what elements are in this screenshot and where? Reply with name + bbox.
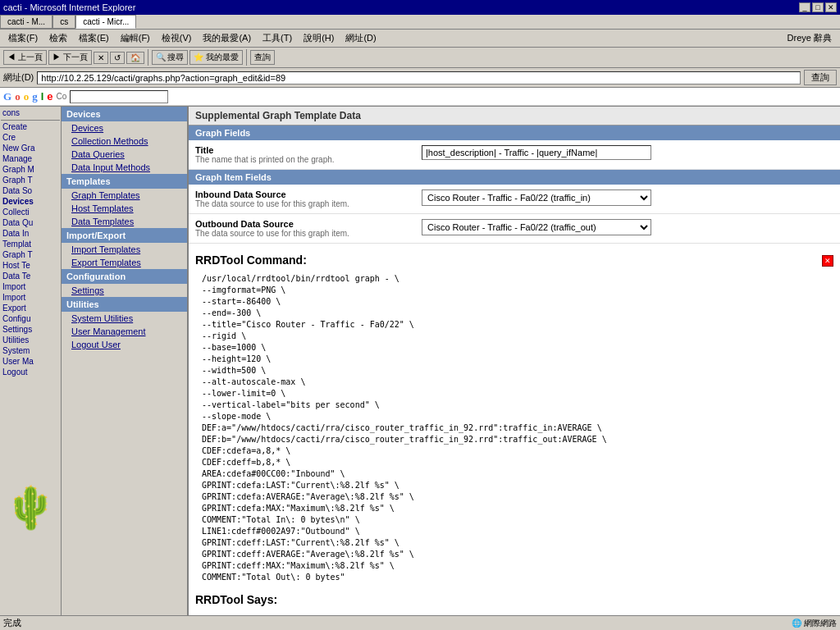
outbound-label: Outbound Data Source (195, 219, 409, 229)
settings-link-left[interactable]: Settings (0, 324, 61, 335)
rrdtool-command-title: RRDTool Command: (195, 253, 815, 267)
data-te-link[interactable]: Data Te (0, 271, 61, 281)
nav-import-templates[interactable]: Import Templates (62, 243, 187, 256)
logout-link-left[interactable]: Logout (0, 367, 61, 377)
graph-t-link-left2[interactable]: Graph T (0, 249, 61, 260)
network-icon: 🌐 網際網路 (792, 618, 837, 629)
nav-data-input-methods[interactable]: Data Input Methods (62, 161, 187, 174)
status-text: 完成 (3, 617, 792, 629)
refresh-btn[interactable]: ↺ (110, 52, 125, 64)
tab-3[interactable]: cacti - Micr... (75, 15, 136, 29)
outbound-select[interactable]: Cisco Router - Traffic - Fa0/22 (traffic… (422, 219, 651, 235)
google-logo-l: l (41, 90, 44, 103)
nav-system-utilities[interactable]: System Utilities (62, 312, 187, 325)
data-qu-link[interactable]: Data Qu (0, 217, 61, 228)
google-logo-g2: g (32, 90, 38, 103)
menu-edit[interactable]: 編輯(F) (116, 31, 155, 45)
page-title: Supplemental Graph Template Data (189, 107, 840, 126)
create-link-left[interactable]: Create (0, 121, 61, 132)
graph-m-link[interactable]: Graph M (0, 164, 61, 175)
outbound-desc: The data source to use for this graph it… (195, 229, 409, 238)
templat-link[interactable]: Templat (0, 239, 61, 249)
collecti-link[interactable]: Collecti (0, 207, 61, 217)
menu-file2[interactable]: 檔案(E) (74, 31, 114, 45)
data-so-link[interactable]: Data So (0, 185, 61, 196)
title-input[interactable] (422, 145, 651, 160)
nav-user-management[interactable]: User Management (62, 325, 187, 338)
user-ma-link[interactable]: User Ma (0, 356, 61, 367)
title-bar-icons: _ □ ✕ (799, 2, 837, 12)
home-btn[interactable]: 🏠 (126, 52, 144, 64)
nav-header-devices[interactable]: Devices (62, 107, 187, 121)
title-input-col (422, 145, 833, 160)
nav-logout-user[interactable]: Logout User (62, 338, 187, 351)
new-graph-link-left[interactable]: New Gra (0, 143, 61, 153)
nav-export-templates[interactable]: Export Templates (62, 256, 187, 269)
nav-data-queries[interactable]: Data Queries (62, 148, 187, 161)
inbound-label: Inbound Data Source (195, 189, 409, 199)
menu-dreye[interactable]: Dreye 辭典 (783, 31, 837, 45)
x-close-btn[interactable]: ✕ (822, 255, 833, 267)
title-label: Title (195, 145, 409, 155)
nav-devices[interactable]: Devices (62, 121, 187, 135)
search-btn[interactable]: 🔍 搜尋 (152, 50, 189, 65)
tab-2-label: cs (60, 17, 68, 26)
tab-2[interactable]: cs (52, 15, 75, 29)
nav-header-utilities[interactable]: Utilities (62, 297, 187, 312)
menu-tools[interactable]: 工具(T) (258, 31, 297, 45)
menu-file[interactable]: 檔案(F) (3, 31, 43, 45)
nav-data-templates[interactable]: Data Templates (62, 215, 187, 228)
google-search-input[interactable] (70, 90, 168, 103)
utilities-link-left[interactable]: Utilities (0, 335, 61, 345)
console-link[interactable]: cons (0, 107, 61, 119)
import-link-left2[interactable]: Import (0, 292, 61, 303)
tab-bar: cacti - M... cs cacti - Micr... (0, 15, 840, 30)
address-label: 網址(D) (3, 71, 34, 84)
nav-collection-methods[interactable]: Collection Methods (62, 135, 187, 148)
devices-link-left[interactable]: Devices (0, 196, 61, 207)
address-input[interactable] (37, 71, 801, 84)
nav-host-templates[interactable]: Host Templates (62, 202, 187, 215)
import-link-left[interactable]: Import (0, 281, 61, 292)
go-button[interactable]: 查詢 (804, 70, 837, 85)
title-label-col: Title The name that is printed on the gr… (195, 145, 409, 164)
sidebar-left: cons Create Cre New Gra Manage Graph M G… (0, 107, 62, 630)
configu-link[interactable]: Configu (0, 313, 61, 324)
back-btn[interactable]: ◀ 上一頁 (3, 50, 47, 65)
main-layout: cons Create Cre New Gra Manage Graph M G… (0, 107, 840, 630)
inbound-select[interactable]: Cisco Router - Traffic - Fa0/22 (traffic… (422, 189, 651, 206)
system-link-left[interactable]: System (0, 345, 61, 356)
minimize-btn[interactable]: _ (799, 2, 810, 12)
nav-header-import-export[interactable]: Import/Export (62, 228, 187, 243)
manage-link-left[interactable]: Manage (0, 153, 61, 164)
nav-settings[interactable]: Settings (62, 284, 187, 297)
graph-item-fields-header: Graph Item Fields (189, 170, 840, 185)
google-co: Co (56, 92, 66, 101)
menu-url[interactable]: 網址(D) (340, 31, 381, 45)
rrdtool-says-title: RRDTool Says: (195, 593, 833, 606)
tab-3-label: cacti - Micr... (83, 17, 129, 26)
menu-favorites[interactable]: 我的最愛(A) (198, 31, 256, 45)
title-bar: cacti - Microsoft Internet Explorer _ □ … (0, 0, 840, 15)
host-te-link[interactable]: Host Te (0, 260, 61, 271)
close-btn[interactable]: ✕ (825, 2, 837, 12)
forward-btn[interactable]: ▶ 下一頁 (48, 50, 92, 65)
stop-btn[interactable]: ✕ (94, 52, 108, 64)
cre-link[interactable]: Cre (0, 132, 61, 143)
address-bar: 網址(D) 查詢 (0, 68, 840, 88)
export-link-left[interactable]: Export (0, 303, 61, 313)
menu-search[interactable]: 檢索 (44, 31, 72, 45)
rrdtool-section: RRDTool Command: /usr/local/rrdtool/bin/… (189, 244, 840, 630)
nav-header-templates[interactable]: Templates (62, 174, 187, 189)
data-in-link[interactable]: Data In (0, 228, 61, 239)
dreye-btn[interactable]: 查詢 (250, 50, 275, 65)
google-logo-e: e (47, 90, 52, 103)
nav-header-configuration[interactable]: Configuration (62, 269, 187, 284)
graph-t-link-left[interactable]: Graph T (0, 175, 61, 185)
favorites-btn[interactable]: ⭐ 我的最愛 (189, 50, 243, 65)
nav-graph-templates[interactable]: Graph Templates (62, 189, 187, 202)
menu-view[interactable]: 檢視(V) (157, 31, 197, 45)
tab-1[interactable]: cacti - M... (0, 15, 52, 29)
maximize-btn[interactable]: □ (812, 2, 824, 12)
menu-help[interactable]: 說明(H) (299, 31, 339, 45)
